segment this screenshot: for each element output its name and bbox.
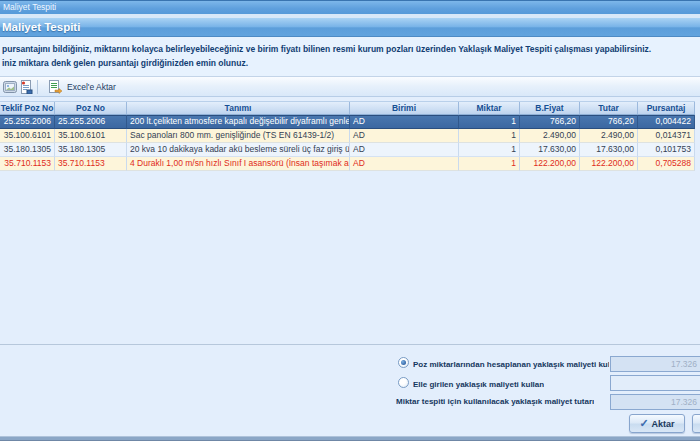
bottom-statusbar: [0, 436, 700, 441]
excel-export-label: Excel'e Aktar: [67, 80, 116, 94]
maliyet-tespiti-window: Maliyet Tespiti Maliyet Tespiti pursanta…: [0, 0, 700, 441]
column-header-5[interactable]: Miktar: [459, 102, 520, 114]
description-text: pursantajını bildiğiniz, miktarını kolay…: [0, 37, 700, 76]
cell-teklif-poz-no: 35.100.6101: [0, 129, 55, 143]
toolbar-separator: [37, 80, 38, 94]
cell-tutar: 766,20: [580, 115, 638, 129]
cell-poz-no: 25.255.2006: [55, 115, 127, 129]
data-grid: Teklif Poz NoPoz NoTanımıBirimiMiktarB.F…: [0, 101, 695, 171]
cell-pursantaj: 0,705288: [638, 157, 695, 171]
aktar-button[interactable]: ✓ Aktar: [629, 414, 685, 433]
cell-teklif-poz-no: 35.180.1305: [0, 143, 55, 157]
cell-b-fiyat: 122.200,00: [520, 157, 580, 171]
table-row-4[interactable]: 35.710.115335.710.11534 Duraklı 1,00 m/s…: [0, 157, 695, 171]
cell-pursantaj: 0,014371: [638, 129, 695, 143]
cell-tanimi: Sac panoları 800 mm. genişliğinde (TS EN…: [127, 129, 350, 143]
cell-tutar: 2.490,00: [580, 129, 638, 143]
total-cost-field: 17.326: [610, 394, 700, 410]
column-header-7[interactable]: Tutar: [580, 102, 638, 114]
window-title: Maliyet Tespiti: [3, 2, 56, 12]
column-header-8[interactable]: Pursantaj: [638, 102, 695, 114]
table-row-1[interactable]: 25.255.200625.255.2006200 lt.çelikten at…: [0, 115, 695, 129]
footer-divider: [0, 344, 700, 345]
cell-b-fiyat: 766,20: [520, 115, 580, 129]
report-refresh-icon[interactable]: [18, 79, 34, 95]
toolbar: Excel'e Aktar: [0, 76, 700, 97]
manual-cost-field[interactable]: [610, 375, 700, 391]
radio-calculated-label[interactable]: Poz miktarlarından hesaplanan yaklaşık m…: [413, 359, 609, 370]
grid-header-row: Teklif Poz NoPoz NoTanımıBirimiMiktarB.F…: [0, 101, 695, 115]
cell-birimi: AD: [350, 129, 459, 143]
cell-pursantaj: 0,101753: [638, 143, 695, 157]
table-row-3[interactable]: 35.180.130535.180.130520 kva 10 dakikaya…: [0, 143, 695, 157]
image-preview-icon[interactable]: [2, 79, 18, 95]
column-header-3[interactable]: Tanımı: [127, 102, 350, 114]
cell-birimi: AD: [350, 157, 459, 171]
description-line-1: pursantajını bildiğiniz, miktarını kolay…: [2, 42, 700, 56]
column-header-6[interactable]: B.Fiyat: [520, 102, 580, 114]
excel-icon: [47, 79, 63, 95]
column-header-4[interactable]: Birimi: [350, 102, 459, 114]
cell-tutar: 17.630,00: [580, 143, 638, 157]
cell-poz-no: 35.100.6101: [55, 129, 127, 143]
cell-poz-no: 35.180.1305: [55, 143, 127, 157]
cell-miktar: 1: [459, 115, 520, 129]
cell-tanimi: 4 Duraklı 1,00 m/sn hızlı Sınıf I asansö…: [127, 157, 350, 171]
cell-miktar: 1: [459, 143, 520, 157]
page-title: Maliyet Tespiti: [2, 21, 80, 33]
grid-body: 25.255.200625.255.2006200 lt.çelikten at…: [0, 115, 695, 171]
cell-teklif-poz-no: 25.255.2006: [0, 115, 55, 129]
radio-manual-label[interactable]: Elle girilen yaklaşık maliyeti kullan: [413, 379, 544, 390]
excel-export-button[interactable]: Excel'e Aktar: [42, 78, 121, 96]
total-cost-label: Miktar tespiti için kullanılacak yaklaşı…: [396, 396, 594, 407]
radio-manual-cost[interactable]: [398, 377, 409, 388]
cell-miktar: 1: [459, 129, 520, 143]
window-titlebar: Maliyet Tespiti: [0, 0, 700, 14]
cell-tanimi: 20 kva 10 dakikaya kadar akü besleme sür…: [127, 143, 350, 157]
total-cost-value: 17.326: [611, 395, 700, 409]
cell-b-fiyat: 17.630,00: [520, 143, 580, 157]
description-line-2: iniz miktara denk gelen pursantajı girdi…: [2, 56, 700, 70]
calculated-cost-field: 17.326: [610, 356, 700, 372]
calculated-cost-value: 17.326: [611, 357, 700, 371]
cell-pursantaj: 0,004422: [638, 115, 695, 129]
cell-tutar: 122.200,00: [580, 157, 638, 171]
cell-miktar: 1: [459, 157, 520, 171]
aktar-button-label: Aktar: [652, 419, 675, 429]
check-icon: ✓: [639, 418, 648, 429]
page-header: Maliyet Tespiti: [0, 18, 700, 37]
column-header-2[interactable]: Poz No: [55, 102, 127, 114]
cell-birimi: AD: [350, 115, 459, 129]
clipped-edge-button[interactable]: [692, 414, 700, 433]
cell-poz-no: 35.710.1153: [55, 157, 127, 171]
cell-teklif-poz-no: 35.710.1153: [0, 157, 55, 171]
radio-calculated-cost[interactable]: [398, 357, 409, 368]
table-row-2[interactable]: 35.100.610135.100.6101Sac panoları 800 m…: [0, 129, 695, 143]
cell-b-fiyat: 2.490,00: [520, 129, 580, 143]
column-header-1[interactable]: Teklif Poz No: [0, 102, 55, 114]
cell-birimi: AD: [350, 143, 459, 157]
cell-tanimi: 200 lt.çelikten atmosfere kapalı değişeb…: [127, 115, 350, 129]
